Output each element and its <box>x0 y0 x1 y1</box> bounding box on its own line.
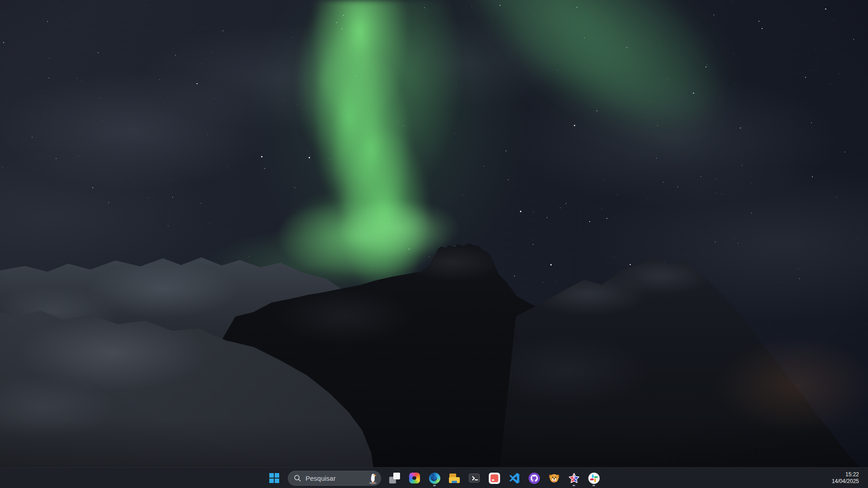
taskbar-app-file-explorer[interactable] <box>445 469 463 487</box>
dog-face-icon <box>548 473 560 484</box>
desktop: { "wallpaper": { "subject": "aurora-bore… <box>0 0 868 488</box>
puffin-bird-image <box>368 472 378 484</box>
taskbar-center-group: Pesquisar <box>265 468 603 488</box>
task-view-icon <box>389 473 400 483</box>
taskbar-app-edge[interactable] <box>425 469 444 487</box>
system-tray: 15:22 14/04/2025 <box>830 468 868 488</box>
edge-icon <box>429 473 440 484</box>
github-icon <box>529 473 540 484</box>
running-indicator <box>433 485 436 486</box>
copilot-icon <box>409 473 420 483</box>
folder-icon <box>449 474 460 483</box>
clock-time: 15:22 <box>832 471 859 478</box>
slack-icon <box>588 473 600 484</box>
clock-date: 14/04/2025 <box>832 478 859 485</box>
running-indicator <box>592 485 595 486</box>
search-placeholder: Pesquisar <box>305 474 336 482</box>
search-box[interactable]: Pesquisar <box>288 471 381 486</box>
search-icon <box>294 474 301 482</box>
clock[interactable]: 15:22 14/04/2025 <box>830 470 861 486</box>
taskbar-app-terminal[interactable] <box>465 469 483 487</box>
taskbar-app-task-view[interactable] <box>386 469 404 487</box>
taskbar: Pesquisar <box>0 467 868 488</box>
taskbar-app-red-square[interactable] <box>485 469 503 487</box>
taskbar-app-github-desktop[interactable] <box>525 469 543 487</box>
taskbar-app-slack[interactable] <box>585 469 603 487</box>
red-square-icon <box>489 473 500 484</box>
taskbar-app-vscode[interactable] <box>505 469 523 487</box>
terminal-icon <box>469 474 480 483</box>
taskbar-app-copilot[interactable] <box>405 469 424 487</box>
windows-start-icon <box>269 473 279 483</box>
running-indicator <box>572 485 575 486</box>
taskbar-app-dog[interactable] <box>545 469 563 487</box>
vignette <box>0 0 868 488</box>
taskbar-app-star[interactable] <box>565 469 583 487</box>
vscode-icon <box>509 473 520 484</box>
start-button[interactable] <box>265 469 283 487</box>
star-icon <box>568 473 580 484</box>
